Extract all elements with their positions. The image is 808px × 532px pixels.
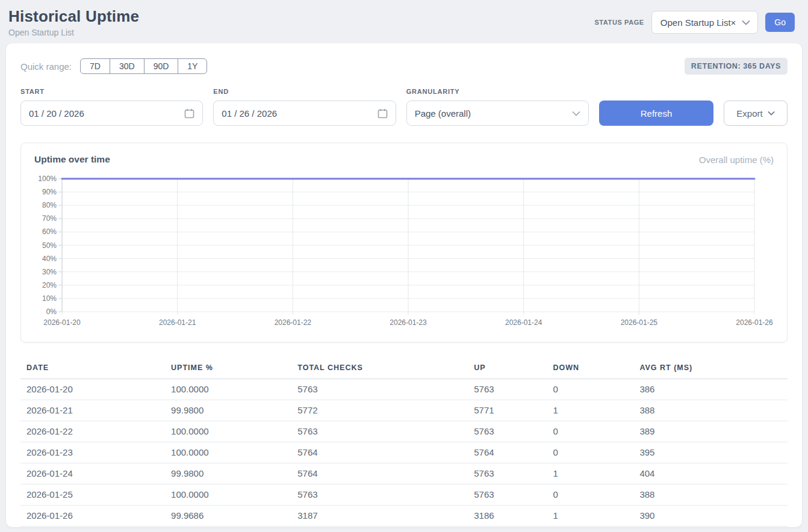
quick-range-7d[interactable]: 7D xyxy=(80,58,110,74)
table-cell: 2026-01-23 xyxy=(20,442,166,463)
svg-text:40%: 40% xyxy=(42,255,57,263)
granularity-field: GRANULARITY Page (overall) xyxy=(406,88,589,126)
svg-text:0%: 0% xyxy=(46,308,57,316)
table-cell: 0 xyxy=(548,484,635,506)
status-page-selected-value: Open Startup List× xyxy=(660,17,736,28)
calendar-icon[interactable] xyxy=(184,108,194,119)
svg-text:2026-01-25: 2026-01-25 xyxy=(621,318,658,327)
table-cell: 390 xyxy=(635,506,788,527)
chart-title: Uptime over time xyxy=(34,154,110,165)
svg-text:70%: 70% xyxy=(42,214,57,223)
uptime-chart: 0%10%20%30%40%50%60%70%80%90%100%2026-01… xyxy=(34,173,774,332)
table-cell: 3187 xyxy=(293,506,469,527)
svg-text:30%: 30% xyxy=(42,268,57,276)
table-cell: 5771 xyxy=(469,400,548,421)
svg-text:20%: 20% xyxy=(42,281,57,289)
column-header-date: DATE xyxy=(20,358,166,379)
quick-range-90d[interactable]: 90D xyxy=(144,58,179,74)
granularity-select[interactable]: Page (overall) xyxy=(406,101,589,126)
svg-text:50%: 50% xyxy=(42,241,57,250)
status-page-label: STATUS PAGE xyxy=(594,19,644,26)
end-date-label: END xyxy=(213,88,396,95)
table-cell: 2026-01-24 xyxy=(20,463,166,484)
table-cell: 404 xyxy=(635,463,788,484)
table-row: 2026-01-25100.0000576357630388 xyxy=(20,484,788,506)
quick-range-30d[interactable]: 30D xyxy=(110,58,145,74)
table-cell: 2026-01-22 xyxy=(20,421,166,442)
svg-text:10%: 10% xyxy=(42,294,57,303)
column-header-total: TOTAL CHECKS xyxy=(293,358,469,379)
table-cell: 5763 xyxy=(469,379,548,400)
chevron-down-icon xyxy=(768,111,775,116)
table-cell: 5763 xyxy=(469,463,548,484)
table-cell: 2026-01-26 xyxy=(20,506,166,527)
column-header-avgrt: AVG RT (MS) xyxy=(635,358,788,379)
chevron-down-icon xyxy=(572,111,580,116)
go-button[interactable]: Go xyxy=(765,13,795,32)
svg-text:2026-01-24: 2026-01-24 xyxy=(505,318,542,327)
start-date-field: START 01 / 20 / 2026 xyxy=(20,88,203,126)
table-cell: 5763 xyxy=(293,484,469,506)
refresh-button[interactable]: Refresh xyxy=(599,101,713,126)
quick-range-group: 7D30D90D1Y xyxy=(80,58,207,74)
table-cell: 5763 xyxy=(469,484,548,506)
quick-range-row: Quick range: 7D30D90D1Y RETENTION: 365 D… xyxy=(20,58,788,75)
table-cell: 1 xyxy=(548,506,635,527)
svg-text:80%: 80% xyxy=(42,201,57,209)
table-row: 2026-01-20100.0000576357630386 xyxy=(20,379,788,400)
table-cell: 100.0000 xyxy=(166,442,293,463)
table-row: 2026-01-2699.9686318731861390 xyxy=(20,506,788,527)
table-cell: 1 xyxy=(548,463,635,484)
table-cell: 0 xyxy=(548,442,635,463)
table-cell: 5764 xyxy=(293,463,469,484)
svg-text:90%: 90% xyxy=(42,188,57,196)
table-cell: 99.9800 xyxy=(166,400,293,421)
table-row: 2026-01-2499.9800576457631404 xyxy=(20,463,788,484)
page-subtitle: Open Startup List xyxy=(8,28,139,37)
column-header-down: DOWN xyxy=(548,358,635,379)
granularity-label: GRANULARITY xyxy=(406,88,589,95)
svg-text:2026-01-26: 2026-01-26 xyxy=(736,318,773,327)
end-date-value: 01 / 26 / 2026 xyxy=(222,108,277,119)
table-cell: 2026-01-20 xyxy=(20,379,166,400)
table-cell: 5764 xyxy=(469,442,548,463)
main-panel: Quick range: 7D30D90D1Y RETENTION: 365 D… xyxy=(6,43,802,527)
table-cell: 0 xyxy=(548,421,635,442)
table-cell: 386 xyxy=(635,379,788,400)
export-button[interactable]: Export xyxy=(724,101,788,126)
column-header-uptime: UPTIME % xyxy=(166,358,293,379)
svg-text:2026-01-20: 2026-01-20 xyxy=(43,318,81,327)
table-row: 2026-01-2199.9800577257711388 xyxy=(20,400,788,421)
status-page-select[interactable]: Open Startup List× xyxy=(651,11,759,34)
table-cell: 100.0000 xyxy=(166,421,293,442)
table-cell: 5763 xyxy=(469,421,548,442)
table-cell: 1 xyxy=(548,400,635,421)
retention-badge: RETENTION: 365 DAYS xyxy=(685,58,788,75)
svg-text:2026-01-23: 2026-01-23 xyxy=(390,318,427,327)
table-cell: 388 xyxy=(635,400,788,421)
uptime-table-body: 2026-01-20100.00005763576303862026-01-21… xyxy=(20,379,788,527)
filter-form: START 01 / 20 / 2026 END 01 / 26 / 2026 … xyxy=(20,88,788,126)
uptime-chart-card: Uptime over time Overall uptime (%) 0%10… xyxy=(20,143,788,342)
export-button-label: Export xyxy=(736,108,762,119)
uptime-table: DATE UPTIME % TOTAL CHECKS UP DOWN AVG R… xyxy=(20,358,788,527)
table-row: 2026-01-22100.0000576357630389 xyxy=(20,421,788,442)
table-cell: 2026-01-21 xyxy=(20,400,166,421)
chevron-down-icon xyxy=(742,20,750,25)
start-date-value: 01 / 20 / 2026 xyxy=(29,108,84,119)
table-cell: 100.0000 xyxy=(166,379,293,400)
svg-text:60%: 60% xyxy=(42,227,57,236)
start-date-label: START xyxy=(20,88,203,95)
table-header-row: DATE UPTIME % TOTAL CHECKS UP DOWN AVG R… xyxy=(20,358,788,379)
table-cell: 389 xyxy=(635,421,788,442)
svg-text:2026-01-21: 2026-01-21 xyxy=(159,318,196,327)
top-header: Historical Uptime Open Startup List STAT… xyxy=(0,0,808,43)
svg-text:100%: 100% xyxy=(38,175,57,183)
end-date-field: END 01 / 26 / 2026 xyxy=(213,88,396,126)
quick-range-1y[interactable]: 1Y xyxy=(178,58,207,74)
start-date-input[interactable]: 01 / 20 / 2026 xyxy=(20,101,203,126)
table-row: 2026-01-23100.0000576457640395 xyxy=(20,442,788,463)
end-date-input[interactable]: 01 / 26 / 2026 xyxy=(213,101,396,126)
calendar-icon[interactable] xyxy=(378,108,388,119)
table-cell: 5764 xyxy=(293,442,469,463)
